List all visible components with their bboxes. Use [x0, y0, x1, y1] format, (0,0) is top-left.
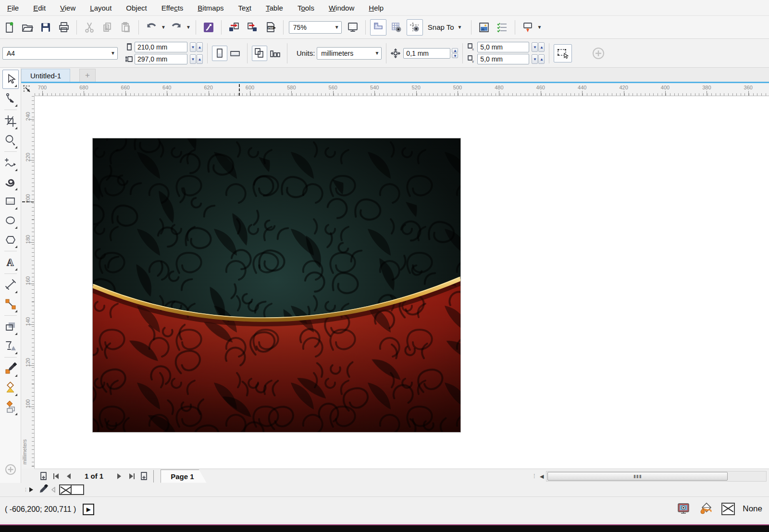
snap-to-button[interactable]: Snap To ▼ [424, 23, 468, 31]
all-pages-button[interactable] [252, 46, 267, 61]
interactive-fill-tool[interactable] [2, 378, 19, 397]
menu-view[interactable]: View [53, 0, 83, 16]
placed-bitmap-artwork[interactable] [93, 138, 460, 432]
menu-table[interactable]: Table [259, 0, 290, 16]
next-page-button[interactable] [113, 470, 125, 482]
scrollbar-grip-dots[interactable]: ⁞ [533, 473, 535, 480]
undo-button[interactable] [143, 19, 160, 36]
new-tab-button[interactable]: + [79, 69, 96, 82]
white-swatch[interactable] [72, 484, 84, 495]
duplicate-x-spinner[interactable]: ▼▲ [532, 42, 545, 52]
outline-none-swatch[interactable] [721, 503, 735, 515]
new-document-button[interactable] [1, 19, 17, 36]
menu-tools[interactable]: Tools [290, 0, 322, 16]
zoom-tool[interactable] [2, 131, 19, 150]
page-1-tab[interactable]: Page 1 [161, 470, 206, 483]
cut-button[interactable] [81, 19, 98, 36]
menu-layout[interactable]: Layout [83, 0, 119, 16]
nudge-field[interactable]: 0,1 mm [403, 48, 450, 59]
page-width-field[interactable]: 210,0 mm [135, 42, 187, 52]
ruler-origin[interactable] [21, 83, 35, 96]
horizontal-ruler[interactable]: 7006806606406206005805605405205004804604… [35, 83, 769, 96]
zoom-dropdown-icon[interactable]: ▼ [333, 22, 341, 33]
redo-dropdown[interactable]: ▼ [186, 25, 191, 30]
show-grid-button[interactable] [388, 19, 405, 36]
page-width-spinner[interactable]: ▼▲ [190, 42, 203, 52]
launcher-dropdown[interactable]: ▼ [537, 25, 542, 30]
redo-button[interactable] [168, 19, 185, 36]
duplicate-y-field[interactable]: 5,0 mm [477, 54, 529, 64]
rectangle-tool[interactable] [2, 192, 19, 211]
previous-page-button[interactable] [62, 470, 75, 482]
palette-grip[interactable]: ⁞ [25, 487, 26, 493]
page-size-combo[interactable]: A4 ▼ [2, 47, 118, 60]
vertical-ruler[interactable]: millimeters 240220200180160140120100 [21, 96, 35, 469]
transparency-tool[interactable] [2, 336, 19, 356]
paste-button[interactable] [118, 19, 134, 36]
fill-color-icon[interactable] [698, 502, 714, 516]
menu-object[interactable]: Object [119, 0, 154, 16]
freehand-tool[interactable] [2, 153, 19, 173]
menu-file[interactable]: File [0, 0, 26, 16]
menu-effects[interactable]: Effects [154, 0, 191, 16]
palette-eyedropper-icon[interactable] [36, 484, 49, 495]
portrait-button[interactable] [212, 46, 227, 61]
menu-help[interactable]: Help [361, 0, 391, 16]
app-launch-button[interactable] [200, 19, 217, 36]
page-height-spinner[interactable]: ▼▲ [190, 54, 203, 64]
polygon-tool[interactable] [2, 230, 19, 249]
export-button[interactable] [244, 19, 260, 36]
menu-bitmaps[interactable]: Bitmaps [190, 0, 231, 16]
show-guidelines-button[interactable] [407, 19, 423, 36]
last-page-button[interactable] [125, 470, 138, 482]
copy-button[interactable] [99, 19, 116, 36]
nudge-spinner[interactable]: ▲▼ [452, 48, 458, 58]
connector-tool[interactable] [2, 295, 19, 314]
shape-tool[interactable] [2, 89, 19, 108]
task-settings-button[interactable] [494, 19, 510, 36]
show-rulers-button[interactable] [370, 19, 386, 36]
menu-edit[interactable]: Edit [26, 0, 53, 16]
document-tab-untitled-1[interactable]: Untitled-1 [21, 69, 70, 82]
ellipse-tool[interactable] [2, 211, 19, 230]
text-tool[interactable]: A [2, 253, 19, 272]
open-button[interactable] [19, 19, 36, 36]
palette-flyout-icon[interactable] [28, 487, 34, 493]
add-page-start-button[interactable] [37, 470, 50, 482]
add-page-end-button[interactable] [138, 470, 150, 482]
color-proof-icon[interactable] [676, 502, 691, 516]
drawing-canvas[interactable] [35, 96, 769, 469]
status-expand-button[interactable]: ▶ [83, 504, 94, 515]
crop-tool[interactable] [2, 111, 19, 131]
treat-as-filled-button[interactable] [554, 44, 572, 62]
scrollbar-thumb[interactable]: ▮▮▮ [547, 472, 728, 481]
color-eyedropper-tool[interactable] [2, 359, 19, 378]
drop-shadow-tool[interactable] [2, 317, 19, 336]
current-page-button[interactable] [267, 46, 283, 61]
page-height-field[interactable]: 297,0 mm [135, 54, 187, 64]
options-button[interactable] [476, 19, 492, 36]
smart-fill-tool[interactable] [2, 397, 19, 417]
dimension-tool[interactable] [2, 275, 19, 295]
no-color-swatch[interactable] [59, 484, 72, 495]
welcome-launcher-button[interactable] [520, 19, 536, 36]
print-button[interactable] [56, 19, 72, 36]
undo-dropdown[interactable]: ▼ [161, 25, 166, 30]
add-tools-button[interactable] [2, 460, 19, 479]
import-button[interactable] [226, 19, 242, 36]
menu-text[interactable]: Text [231, 0, 259, 16]
artistic-media-tool[interactable] [2, 173, 19, 192]
scrollbar-track[interactable]: ▮▮▮ [546, 471, 767, 482]
full-screen-preview-button[interactable] [345, 19, 361, 36]
menu-window[interactable]: Window [322, 0, 361, 16]
palette-scroll-left-icon[interactable] [50, 487, 56, 493]
publish-pdf-button[interactable]: PDF [262, 19, 279, 36]
first-page-button[interactable] [50, 470, 62, 482]
duplicate-x-field[interactable]: 5,0 mm [477, 42, 529, 52]
scroll-left-button[interactable]: ◀ [537, 471, 546, 482]
zoom-levels-combo[interactable]: 75% ▼ [289, 21, 342, 34]
save-button[interactable] [37, 19, 54, 36]
landscape-button[interactable] [227, 46, 243, 61]
customize-plus-icon[interactable] [591, 46, 606, 61]
duplicate-y-spinner[interactable]: ▼▲ [532, 54, 545, 64]
